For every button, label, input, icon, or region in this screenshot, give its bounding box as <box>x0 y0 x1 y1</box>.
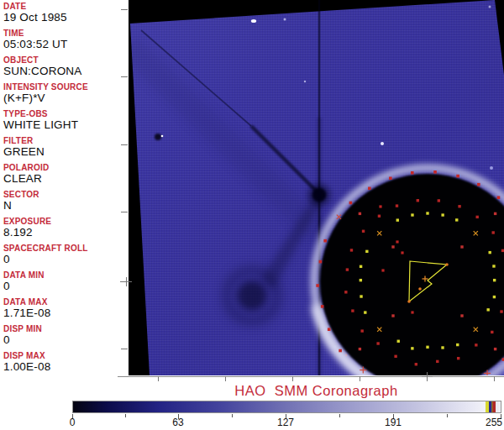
intensity-colorbar <box>72 401 501 413</box>
field-label: POLAROID <box>3 163 126 172</box>
colorbar-tick-label: 63 <box>172 417 183 428</box>
coronagraph-image-canvas[interactable] <box>129 0 504 375</box>
metadata-field-disp-min: DISP MIN0 <box>3 324 126 351</box>
axis-tick <box>360 376 360 381</box>
field-value: 8.192 <box>3 226 126 239</box>
field-value: 0 <box>3 280 126 292</box>
axis-tick <box>126 277 127 286</box>
field-label: SECTOR <box>3 190 126 199</box>
metadata-field-date: DATE19 Oct 1985 <box>3 2 126 29</box>
metadata-field-object: OBJECTSUN:CORONA <box>3 55 126 82</box>
field-value: 1.00E-08 <box>3 360 126 373</box>
field-value: GREEN <box>3 145 126 158</box>
field-label: DISP MAX <box>3 351 126 360</box>
field-label: OBJECT <box>3 55 126 65</box>
field-label: DATA MIN <box>3 270 126 280</box>
metadata-field-data-max: DATA MAX1.71E-08 <box>3 297 126 324</box>
axis-tick <box>121 76 128 77</box>
smm-coronagraph-viewer: DATE19 Oct 1985TIME05:03:52 UTOBJECTSUN:… <box>0 0 504 430</box>
axis-tick <box>121 212 128 212</box>
field-label: TIME <box>3 29 126 38</box>
axis-tick <box>121 349 128 349</box>
metadata-field-intensity-source: INTENSITY SOURCE(K+F)*V <box>3 82 126 109</box>
field-label: FILTER <box>3 136 126 145</box>
field-value: CLEAR <box>3 172 126 185</box>
metadata-field-type-obs: TYPE-OBSWHITE LIGHT <box>3 109 126 136</box>
axis-tick <box>494 376 495 381</box>
colorbar-minor-tick <box>232 414 233 417</box>
field-label: EXPOSURE <box>3 217 126 226</box>
field-value: 1.71E-08 <box>3 307 126 319</box>
field-label: INTENSITY SOURCE <box>3 82 126 92</box>
metadata-panel: DATE19 Oct 1985TIME05:03:52 UTOBJECTSUN:… <box>3 2 126 378</box>
field-value: 0 <box>3 333 126 346</box>
image-bottom-axis <box>118 376 504 377</box>
axis-tick <box>121 144 128 145</box>
field-value: WHITE LIGHT <box>3 118 126 131</box>
field-value: SUN:CORONA <box>3 65 126 77</box>
colorbar-tick-label: 127 <box>277 417 294 428</box>
colorbar-minor-tick <box>447 414 448 417</box>
field-label: DATE <box>3 2 126 11</box>
field-value: (K+F)*V <box>3 92 126 104</box>
metadata-field-exposure: EXPOSURE8.192 <box>3 217 126 244</box>
colorbar-tick-label: 0 <box>70 417 76 428</box>
field-label: TYPE-OBS <box>3 109 126 118</box>
axis-tick <box>225 376 226 381</box>
metadata-field-spacecraft-roll: SPACECRAFT ROLL0 <box>3 244 126 270</box>
metadata-field-time: TIME05:03:52 UT <box>3 29 126 55</box>
field-label: SPACECRAFT ROLL <box>3 244 126 253</box>
field-value: 19 Oct 1985 <box>3 11 126 24</box>
field-value: N <box>3 199 126 212</box>
field-label: DISP MIN <box>3 324 126 333</box>
field-label: DATA MAX <box>3 297 126 307</box>
colorbar-minor-tick <box>125 414 126 417</box>
metadata-field-sector: SECTORN <box>3 190 126 217</box>
colorbar-tick-label: 191 <box>385 417 402 428</box>
field-value: 0 <box>3 253 126 265</box>
colorbar-tick-label: 255 <box>486 417 502 428</box>
axis-tick <box>121 9 128 10</box>
metadata-field-disp-max: DISP MAX1.00E-08 <box>3 351 126 378</box>
axis-tick <box>427 372 428 381</box>
axis-tick <box>158 376 159 381</box>
metadata-field-data-min: DATA MIN0 <box>3 270 126 297</box>
metadata-field-filter: FILTERGREEN <box>3 136 126 163</box>
coronagraph-image <box>129 0 504 375</box>
field-value: 05:03:52 UT <box>3 38 126 50</box>
image-title: HAO SMM Coronagraph <box>129 383 504 399</box>
axis-tick <box>292 376 293 381</box>
colorbar-minor-tick <box>339 414 340 417</box>
metadata-field-polaroid: POLAROIDCLEAR <box>3 163 126 190</box>
